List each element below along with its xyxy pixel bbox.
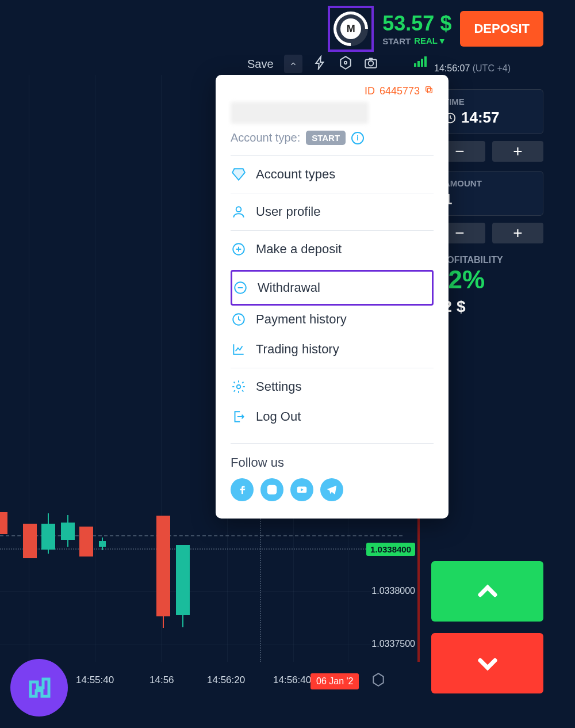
time-label-1: 14:56 [150, 674, 174, 686]
logout-icon [231, 409, 247, 425]
svg-point-6 [236, 207, 241, 212]
menu-logout[interactable]: Log Out [231, 405, 434, 435]
signal-bars-icon [414, 56, 427, 67]
chart-settings-hexagon-icon[interactable] [371, 672, 386, 687]
save-label[interactable]: Save [247, 58, 274, 71]
start-label: START [382, 36, 411, 46]
clock-icon [231, 311, 247, 327]
chevron-up-button[interactable] [284, 55, 302, 73]
avatar-button[interactable]: M [334, 12, 368, 46]
profit-value: 32 $ [434, 298, 543, 316]
menu-trading-history[interactable]: Trading history [231, 338, 434, 368]
svg-point-12 [270, 487, 274, 491]
camera-icon[interactable] [363, 55, 378, 73]
amount-label: AMOUNT [444, 178, 534, 188]
user-id-prefix: ID [365, 85, 375, 97]
youtube-icon[interactable] [290, 478, 313, 501]
menu-settings[interactable]: Settings [231, 368, 434, 405]
follow-us-label: Follow us [231, 455, 434, 470]
diamond-icon [231, 166, 247, 182]
real-label: REAL ▾ [414, 36, 444, 46]
bolt-icon[interactable] [313, 55, 328, 73]
plus-circle-icon [231, 241, 247, 257]
svg-rect-4 [427, 88, 432, 93]
brand-logo[interactable] [10, 659, 68, 716]
info-icon[interactable]: i [351, 132, 364, 144]
current-price-line [0, 548, 402, 550]
avatar-highlight: M [328, 6, 374, 52]
menu-payment-history[interactable]: Payment history [231, 308, 434, 338]
amount-plus-button[interactable]: + [492, 223, 543, 243]
put-down-button[interactable] [431, 633, 543, 693]
svg-point-2 [368, 61, 373, 66]
profitability-label: PROFITABILITY [434, 255, 543, 265]
price-label-0: 1.0338000 [371, 586, 415, 596]
account-dropdown: ID 6445773 Account type: START i Account… [216, 75, 448, 519]
user-name-blurred [231, 102, 369, 124]
account-type-label: Account type: [231, 131, 300, 144]
call-up-button[interactable] [431, 561, 543, 622]
withdrawal-highlight: Withdrawal [231, 270, 434, 306]
time-value: 14:57 [461, 109, 500, 127]
svg-point-0 [344, 62, 346, 64]
time-box[interactable]: TIME 14:57 [434, 89, 543, 134]
menu-account-types[interactable]: Account types [231, 155, 434, 193]
user-id: 6445773 [379, 85, 420, 97]
facebook-icon[interactable] [231, 478, 254, 501]
svg-point-13 [274, 487, 275, 488]
instagram-icon[interactable] [260, 478, 283, 501]
menu-withdrawal[interactable]: Withdrawal [232, 273, 428, 303]
profitability-percent: 82% [434, 265, 543, 294]
copy-icon[interactable] [424, 85, 434, 97]
minus-circle-icon [232, 280, 248, 296]
time-plus-button[interactable]: + [492, 141, 543, 162]
time-label-2: 14:56:20 [207, 674, 245, 686]
menu-user-profile[interactable]: User profile [231, 193, 434, 230]
timezone-label: (UTC +4) [473, 63, 511, 73]
date-tag: 06 Jan '2 [310, 673, 359, 689]
account-type-badge: START [306, 131, 346, 145]
price-label-1: 1.0337500 [371, 639, 415, 649]
time-label-0: 14:55:40 [76, 674, 114, 686]
deposit-button[interactable]: DEPOSIT [460, 11, 543, 47]
svg-point-10 [237, 385, 241, 389]
account-mode-selector[interactable]: START REAL ▾ [382, 36, 451, 46]
time-label-3: 14:56:40 [273, 674, 311, 686]
balance-amount: 53.57 $ [382, 12, 451, 36]
server-time: 14:56:07 [434, 63, 470, 73]
current-price-tag: 1.0338400 [366, 543, 415, 556]
time-label: TIME [444, 97, 534, 106]
amount-box[interactable]: AMOUNT 1 [434, 171, 543, 216]
entry-line [0, 535, 402, 536]
svg-rect-5 [426, 87, 431, 92]
menu-make-deposit[interactable]: Make a deposit [231, 230, 434, 268]
gear-icon [231, 379, 247, 395]
chart-icon [231, 341, 247, 357]
telegram-icon[interactable] [320, 478, 343, 501]
user-icon [231, 204, 247, 220]
hexagon-icon[interactable] [338, 55, 353, 73]
